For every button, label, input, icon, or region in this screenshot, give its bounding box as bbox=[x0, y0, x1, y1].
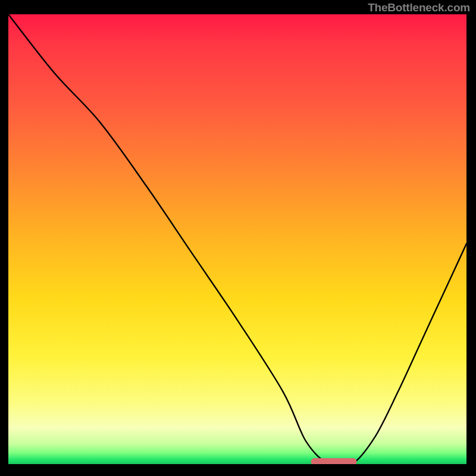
optimal-range-marker bbox=[311, 458, 356, 464]
chart-frame: TheBottleneck.com bbox=[0, 0, 476, 476]
bottleneck-curve bbox=[8, 14, 466, 464]
watermark-text: TheBottleneck.com bbox=[368, 1, 470, 14]
plot-area bbox=[8, 14, 466, 464]
